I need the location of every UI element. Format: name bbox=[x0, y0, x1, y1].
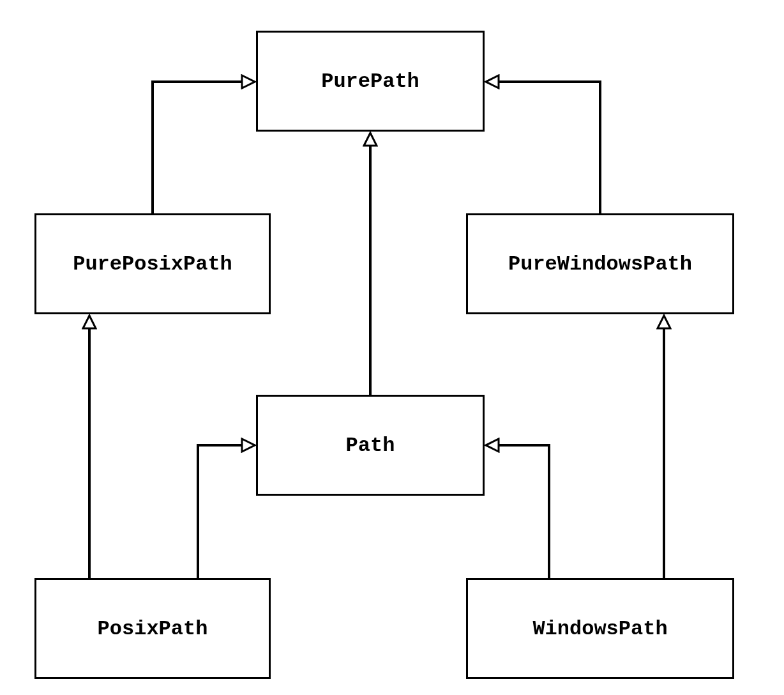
node-label: WindowsPath bbox=[532, 617, 667, 641]
node-purewindowspath: PureWindowsPath bbox=[466, 213, 734, 314]
node-pureposixpath: PurePosixPath bbox=[34, 213, 271, 314]
node-label: PurePosixPath bbox=[73, 252, 232, 276]
edge-windows-to-path bbox=[486, 445, 549, 578]
node-posixpath: PosixPath bbox=[34, 578, 271, 679]
node-label: Path bbox=[346, 434, 395, 457]
edge-purewindows-to-purepath bbox=[486, 82, 600, 213]
edge-pureposix-to-purepath bbox=[153, 82, 255, 213]
node-label: PurePath bbox=[321, 70, 419, 93]
node-label: PureWindowsPath bbox=[508, 252, 692, 276]
node-label: PosixPath bbox=[98, 617, 208, 641]
node-windowspath: WindowsPath bbox=[466, 578, 734, 679]
class-hierarchy-diagram: PurePath PurePosixPath PureWindowsPath P… bbox=[0, 0, 784, 695]
node-path: Path bbox=[256, 395, 485, 496]
edge-posix-to-path bbox=[198, 445, 255, 578]
node-purepath: PurePath bbox=[256, 31, 485, 132]
